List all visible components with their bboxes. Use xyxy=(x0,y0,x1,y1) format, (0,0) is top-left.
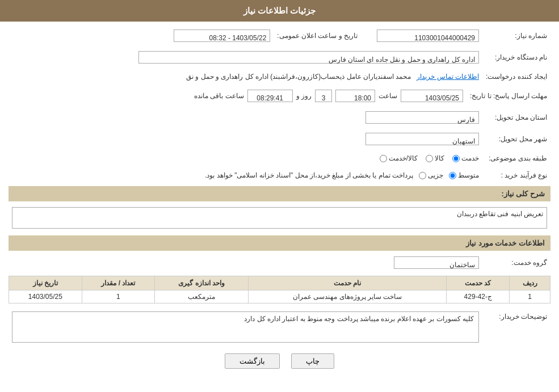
announce-date-value: 1403/05/22 - 08:32 xyxy=(174,29,270,42)
send-remaining: 08:29:41 xyxy=(247,90,293,102)
send-time: 18:00 xyxy=(335,90,375,102)
announce-date-label: تاریخ و ساعت اعلان عمومی: xyxy=(274,27,369,44)
process-label: نوع فرآیند خرید : xyxy=(482,169,550,182)
buyer-org-value: اداره کل راهداری و حمل و نقل جاده ای است… xyxy=(138,51,479,64)
category-option-goods[interactable]: کالا xyxy=(426,154,444,162)
send-day-label: روز و xyxy=(296,92,312,100)
col-date: تاریخ نیاز xyxy=(9,276,82,290)
creator-value: محمد اسفندیاران عامل ذیحساب(کازرون،فراشب… xyxy=(186,73,411,81)
services-table: ردیف کد حدمت نام حدمت واحد اندازه گیری ت… xyxy=(9,276,550,304)
page-title: جزئیات اطلاعات نیاز xyxy=(243,6,316,15)
col-unit: واحد اندازه گیری xyxy=(155,276,249,290)
print-button[interactable]: چاپ xyxy=(291,353,334,369)
col-service-code: کد حدمت xyxy=(447,276,510,290)
buyer-notes-value: کلیه کسورات بر عهده اعلام برنده میباشد پ… xyxy=(12,311,479,343)
send-days: 3 xyxy=(315,90,332,102)
need-number-value: 1103001044000429 xyxy=(377,29,479,42)
service-group-label: گروه خدمت: xyxy=(482,254,550,271)
creator-link[interactable]: اطلاعات تماس خریدار xyxy=(417,73,479,81)
service-group-value: ساختمان xyxy=(394,256,479,269)
send-time-label: ساعت xyxy=(379,92,397,100)
general-desc-section-title: شرح کلی نیاز: xyxy=(9,186,550,201)
col-quantity: تعداد / مقدار xyxy=(82,276,155,290)
category-radio-group: خدمت کالا کالا/خدمت xyxy=(12,154,479,162)
city-value: استهبان xyxy=(365,133,479,145)
send-deadline-label: مهلت ارسال پاسخ: تا تاریخ: xyxy=(466,87,550,104)
send-remaining-label: ساعت باقی مانده xyxy=(194,92,244,100)
category-option-goods-service[interactable]: کالا/خدمت xyxy=(380,154,418,162)
province-label: استان محل تحویل: xyxy=(482,109,550,126)
need-number-label: شماره نیاز: xyxy=(482,27,550,44)
category-option-service[interactable]: خدمت xyxy=(452,154,479,162)
services-section-title: اطلاعات خدمات مورد نیاز xyxy=(9,235,550,251)
process-option-partial[interactable]: جزیی xyxy=(419,171,443,179)
back-button[interactable]: بازگشت xyxy=(225,353,280,369)
city-label: شهر محل تحویل: xyxy=(482,130,550,147)
creator-label: ایجاد کننده درخواست: xyxy=(482,70,550,83)
province-value: فارس xyxy=(365,111,479,124)
table-row: 1ج-42-429ساخت سایر پروژه‌های مهندسی عمرا… xyxy=(9,290,550,304)
category-label: طبقه بندی موضوعی: xyxy=(482,152,550,165)
col-row: ردیف xyxy=(510,276,550,290)
buyer-notes-label: توضیحات خریدار: xyxy=(482,309,550,345)
page-header: جزئیات اطلاعات نیاز xyxy=(0,0,559,22)
buyer-org-label: نام دستگاه خریدار: xyxy=(482,49,550,66)
send-date: 1403/05/25 xyxy=(401,90,463,102)
general-desc-value: تعریض ابنیه فنی تقاطع درببدان xyxy=(12,207,547,229)
process-desc: پرداخت تمام یا بخشی از مبلغ خرید،از محل … xyxy=(205,171,413,179)
col-service-name: نام حدمت xyxy=(248,276,446,290)
footer-buttons: چاپ بازگشت xyxy=(9,353,550,377)
process-option-medium[interactable]: متوسط xyxy=(449,171,479,179)
